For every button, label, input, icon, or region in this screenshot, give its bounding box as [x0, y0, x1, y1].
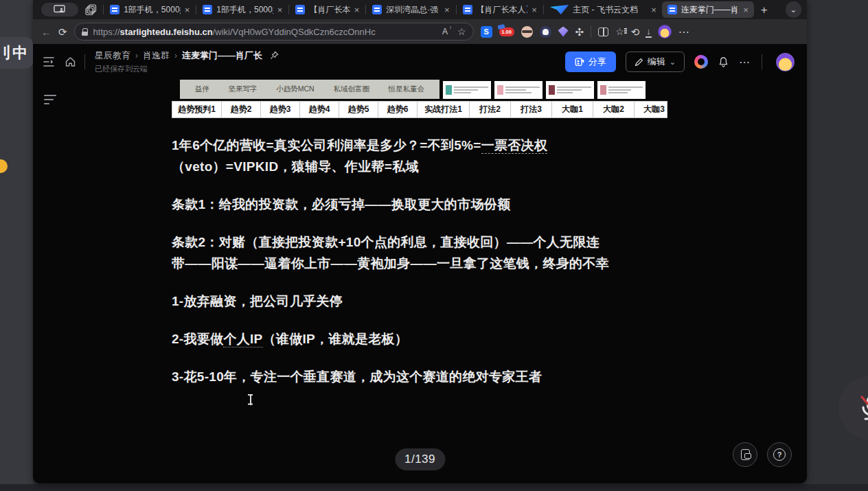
more-options-icon[interactable]: ⋯ — [739, 56, 751, 69]
doc-comment-icon — [741, 449, 750, 460]
extension-ghost-icon[interactable] — [540, 26, 551, 38]
tab-strip: 1部手机，5000好 × 1部手机，5000好 × 【肖厂长本人】 × 深圳湾晶… — [33, 0, 807, 19]
tab-close-icon[interactable]: × — [277, 5, 283, 14]
extensions-icon[interactable]: ✣ — [575, 27, 584, 37]
feishu-doc-favicon — [463, 5, 472, 14]
breadcrumb-item-current[interactable]: 连麦掌门——肖厂长 — [182, 49, 262, 62]
monitor-user-icon — [54, 5, 66, 14]
breadcrumb-separator: › — [135, 51, 138, 60]
pin-icon[interactable] — [270, 51, 279, 60]
help-float-button[interactable]: ? — [767, 442, 792, 467]
doc-outline-toggle-icon[interactable] — [44, 95, 56, 106]
mic-muted-bubble[interactable] — [838, 376, 868, 440]
tab-divider — [103, 5, 104, 14]
tab-close-icon[interactable]: × — [743, 5, 749, 14]
comments-float-button[interactable] — [733, 442, 757, 467]
tab-close-icon[interactable]: × — [354, 5, 360, 14]
tab-close-icon[interactable]: × — [185, 5, 190, 14]
tab-close-icon[interactable]: × — [532, 5, 537, 14]
back-icon[interactable]: ← — [41, 27, 52, 37]
browser-tab-2[interactable]: 1部手机，5000好 × — [197, 1, 288, 18]
tab-divider — [196, 5, 196, 14]
browser-tab-active[interactable]: 连麦掌门——肖厂 × — [662, 1, 754, 18]
collections-icon[interactable]: ☆ — [615, 26, 624, 37]
extension-gem-icon[interactable] — [558, 27, 569, 37]
table-tab[interactable]: 大咖1 — [552, 102, 593, 117]
recording-status-label: 刂中 — [0, 43, 28, 63]
doc-body-text[interactable]: 1年6个亿的营收=真实公司利润率是多少？=不到5%=一票否决权 （veto）=V… — [172, 135, 680, 404]
browser-tab-6[interactable]: 主页 - 飞书云文档 × — [545, 1, 662, 18]
table-tab[interactable]: 大咖3 — [635, 102, 674, 117]
extension-avatar-icon[interactable] — [521, 26, 533, 38]
breadcrumb-item-folder[interactable]: 肖逸群 — [143, 49, 170, 62]
browser-tab-3[interactable]: 【肖厂长本人】 × — [290, 1, 365, 18]
dotted-underlined-text: 个人IP — [223, 332, 262, 347]
history-icon[interactable]: ⟲ — [631, 27, 640, 37]
desktop-left-strip — [0, 0, 33, 484]
header-divider — [84, 54, 85, 69]
benefit-label: 小趋势MCN — [276, 84, 314, 94]
split-screen-icon[interactable] — [598, 27, 608, 36]
url-text[interactable]: https://starlightedu.feishu.cn/wiki/VqH0… — [93, 27, 437, 37]
tab-activity-button[interactable] — [41, 3, 78, 16]
browser-menu-icon[interactable]: ⋯ — [678, 25, 690, 38]
doc-embedded-table: 益伴 坚果写字 小趋势MCN 私域创富圈 恒星私董会 — [172, 80, 667, 118]
chevron-down-icon: ⌄ — [790, 5, 797, 14]
refresh-icon[interactable]: ⟳ — [58, 27, 67, 37]
table-tab[interactable]: 趋势预判1 — [172, 102, 222, 117]
toolbar-divider — [591, 25, 591, 38]
tab-close-icon[interactable]: × — [444, 5, 450, 14]
browser-tab-5[interactable]: 【肖厂长本人】 × — [457, 1, 542, 18]
feishu-doc-favicon — [110, 5, 119, 14]
browser-window: 1部手机，5000好 × 1部手机，5000好 × 【肖厂长本人】 × 深圳湾晶… — [33, 0, 807, 483]
lock-icon[interactable] — [82, 28, 88, 36]
browser-tab-1[interactable]: 1部手机，5000好 × — [104, 1, 195, 18]
feishu-header: 星辰教育 › 肖逸群 › 连麦掌门——肖厂长 已经保存到云端 — [33, 44, 807, 80]
browser-profile-avatar[interactable] — [658, 25, 672, 38]
edit-button[interactable]: 编辑 ⌄ — [626, 52, 685, 72]
share-button[interactable]: 分享 — [565, 52, 616, 72]
table-tab[interactable]: 趋势2 — [222, 102, 261, 117]
browser-toolbar: ← ⟳ https://starlightedu.feishu.cn/wiki/… — [33, 19, 807, 44]
tab-list-button[interactable]: ⌄ — [786, 1, 801, 18]
browser-tab-4[interactable]: 深圳湾晶总·强 × — [367, 1, 455, 18]
table-tab[interactable]: 打法2 — [470, 102, 511, 117]
tab-divider — [543, 5, 544, 14]
home-icon[interactable] — [65, 56, 76, 67]
paragraph-3: 条款2：对赌（直接把投资款+10个点的利息，直接收回）——个人无限连 带——阳谋… — [172, 231, 680, 274]
stacked-tabs-icon — [85, 4, 97, 16]
table-tab[interactable]: 趋势4 — [300, 102, 339, 117]
user-avatar[interactable] — [776, 53, 795, 71]
downloads-icon[interactable]: ↓ — [646, 26, 651, 38]
gradient-ring-icon[interactable] — [694, 55, 708, 69]
bookmark-star-icon[interactable]: ☆ — [457, 26, 466, 37]
mic-muted-icon — [856, 392, 868, 424]
tab-close-icon[interactable]: × — [651, 5, 656, 14]
bell-icon[interactable] — [718, 56, 729, 68]
paragraph-2: 条款1：给我的投资款，必须亏掉——换取更大的市场份额 — [172, 194, 680, 215]
benefit-label: 恒星私董会 — [389, 84, 425, 94]
expand-sidebar-icon[interactable] — [43, 56, 55, 67]
table-tab[interactable]: 趋势3 — [261, 102, 300, 117]
breadcrumb-item-space[interactable]: 星辰教育 — [95, 49, 130, 62]
chevron-down-icon: ⌄ — [670, 58, 676, 67]
read-aloud-icon[interactable]: A — [442, 27, 450, 36]
table-thumbnail — [546, 81, 594, 99]
extension-s-icon[interactable]: S — [481, 26, 492, 38]
table-tab[interactable]: 打法3 — [511, 102, 552, 117]
benefit-label: 益伴 — [195, 84, 209, 94]
header-divider — [762, 54, 762, 69]
table-tab[interactable]: 实战打法1 — [418, 102, 470, 117]
new-tab-button[interactable]: + — [754, 4, 775, 16]
feishu-doc-favicon — [667, 5, 677, 14]
workspaces-button[interactable] — [85, 4, 97, 16]
table-tab[interactable]: 趋势5 — [339, 102, 378, 117]
table-tab[interactable]: 趋势6 — [378, 102, 418, 117]
address-bar[interactable]: https://starlightedu.feishu.cn/wiki/VqH0… — [74, 23, 474, 41]
table-tab[interactable]: 大咖2 — [593, 102, 635, 117]
table-thumbnail — [443, 81, 491, 99]
table-thumbnail — [597, 81, 646, 99]
extension-price-badge-icon[interactable]: 1.00 — [499, 27, 514, 36]
feishu-logo-favicon — [550, 5, 569, 14]
text-cursor — [247, 394, 253, 406]
